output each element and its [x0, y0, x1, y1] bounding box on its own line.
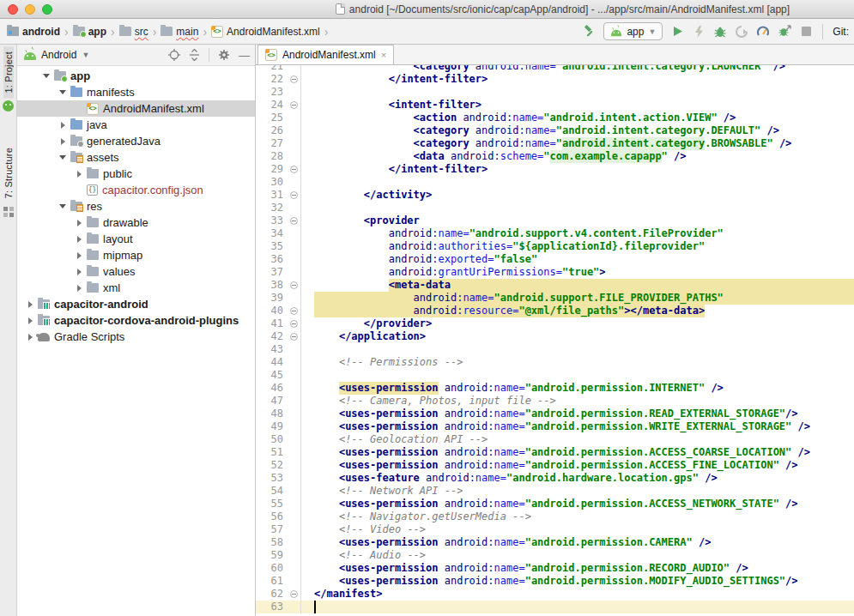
code-line-29[interactable]: 29 </intent-filter>	[256, 163, 854, 176]
project-tree-item-xml[interactable]: xml	[17, 280, 255, 296]
tool-window-tab-structure[interactable]: 7: Structure	[3, 142, 14, 203]
code-line-52[interactable]: 52 <uses-permission android:name="androi…	[256, 459, 854, 472]
code-line-41[interactable]: 41 </provider>	[256, 317, 854, 330]
code-line-58[interactable]: 58 <uses-permission android:name="androi…	[256, 536, 854, 549]
project-tree-item-drawable[interactable]: drawable	[17, 214, 255, 231]
collapse-all-icon[interactable]	[189, 49, 200, 61]
code-line-56[interactable]: 56 <!-- Navigator.getUserMedia -->	[256, 510, 854, 523]
fold-icon[interactable]	[290, 166, 298, 173]
project-tree-item-capacitor-android[interactable]: capacitor-android	[17, 296, 255, 312]
tree-expand-arrow[interactable]	[57, 138, 69, 145]
code-line-63[interactable]: 63	[256, 601, 854, 613]
project-tree-item-gradle-scripts[interactable]: Gradle Scripts	[17, 329, 255, 345]
project-tree-item-capacitor-cordova-android-plugins[interactable]: capacitor-cordova-android-plugins	[17, 312, 255, 329]
project-view-selector[interactable]: Android ▼	[24, 49, 168, 61]
code-line-35[interactable]: 35 android:authorities="${applicationId}…	[256, 240, 854, 253]
git-branch-widget[interactable]: Git:	[833, 26, 849, 38]
fold-icon[interactable]	[290, 281, 298, 289]
code-line-60[interactable]: 60 <uses-permission android:name="androi…	[256, 562, 854, 575]
apply-changes-lightning-icon[interactable]	[692, 25, 706, 39]
breadcrumb-item-src[interactable]: src	[119, 26, 148, 38]
code-line-37[interactable]: 37 android:grantUriPermissions="true">	[256, 266, 854, 279]
code-line-25[interactable]: 25 <action android:name="android.intent.…	[256, 112, 854, 124]
code-line-32[interactable]: 32	[256, 202, 854, 214]
breadcrumb-item-main[interactable]: main	[161, 26, 198, 38]
code-line-33[interactable]: 33 <provider	[256, 214, 854, 227]
tree-expand-arrow[interactable]	[24, 317, 36, 324]
code-line-46[interactable]: 46 <uses-permission android:name="androi…	[256, 382, 854, 395]
fold-icon[interactable]	[290, 217, 298, 225]
tree-collapse-arrow[interactable]	[57, 90, 69, 94]
code-line-45[interactable]: 45	[256, 369, 854, 382]
code-line-54[interactable]: 54 <!-- Network API -->	[256, 485, 854, 498]
code-line-43[interactable]: 43	[256, 343, 854, 356]
code-line-48[interactable]: 48 <uses-permission android:name="androi…	[256, 408, 854, 420]
tree-expand-arrow[interactable]	[73, 252, 85, 259]
tree-expand-arrow[interactable]	[24, 301, 36, 308]
stop-button[interactable]	[799, 25, 813, 39]
breadcrumb-item-app[interactable]: app	[73, 26, 106, 38]
fold-icon[interactable]	[290, 590, 298, 598]
build-hammer-icon[interactable]	[582, 25, 596, 39]
project-tree-item-mipmap[interactable]: mipmap	[17, 247, 255, 263]
tree-expand-arrow[interactable]	[57, 122, 69, 129]
project-tree-item-layout[interactable]: layout	[17, 231, 255, 247]
project-tree-item-androidmanifest-xml[interactable]: <>AndroidManifest.xml	[17, 100, 255, 117]
project-tree-item-values[interactable]: values	[17, 263, 255, 280]
resource-manager-icon[interactable]	[3, 100, 14, 112]
tree-collapse-arrow[interactable]	[57, 204, 69, 208]
project-tree-item-generatedjava[interactable]: generatedJava	[17, 133, 255, 149]
code-line-30[interactable]: 30	[256, 176, 854, 189]
code-line-36[interactable]: 36 android:exported="false"	[256, 253, 854, 266]
debug-button[interactable]	[713, 25, 727, 39]
fold-icon[interactable]	[290, 333, 298, 341]
fold-icon[interactable]	[290, 320, 298, 328]
code-line-27[interactable]: 27 <category android:name="android.inten…	[256, 137, 854, 150]
fold-icon[interactable]	[290, 191, 298, 199]
code-line-57[interactable]: 57 <!-- Video -->	[256, 523, 854, 536]
code-line-23[interactable]: 23	[256, 86, 854, 99]
tool-window-tab-project[interactable]: 1: Project	[3, 46, 14, 98]
editor-tab-androidmanifest[interactable]: <> AndroidManifest.xml ×	[257, 45, 394, 64]
code-line-24[interactable]: 24 <intent-filter>	[256, 99, 854, 112]
tree-collapse-arrow[interactable]	[57, 155, 69, 160]
attach-debugger-icon[interactable]	[778, 25, 791, 39]
code-line-28[interactable]: 28 <data android:scheme="com.example.cap…	[256, 150, 854, 163]
code-line-49[interactable]: 49 <uses-permission android:name="androi…	[256, 420, 854, 433]
tree-expand-arrow[interactable]	[73, 285, 85, 292]
code-line-31[interactable]: 31 </activity>	[256, 189, 854, 202]
code-line-51[interactable]: 51 <uses-permission android:name="androi…	[256, 446, 854, 459]
tree-expand-arrow[interactable]	[24, 334, 36, 341]
project-tree-item-res[interactable]: res	[17, 198, 255, 214]
tree-expand-arrow[interactable]	[73, 220, 85, 226]
project-tree-item-manifests[interactable]: manifests	[17, 84, 255, 100]
code-line-44[interactable]: 44 <!-- Permissions -->	[256, 356, 854, 369]
code-line-26[interactable]: 26 <category android:name="android.inten…	[256, 124, 854, 137]
tree-expand-arrow[interactable]	[73, 171, 85, 178]
apply-code-changes-icon[interactable]	[735, 25, 748, 39]
code-line-61[interactable]: 61 <uses-permission android:name="androi…	[256, 575, 854, 588]
code-line-21[interactable]: 21 <category android:name="android.inten…	[256, 65, 854, 73]
project-tree-item-assets[interactable]: assets	[17, 149, 255, 166]
project-tree-item-java[interactable]: java	[17, 117, 255, 133]
code-line-40[interactable]: 40 android:resource="@xml/file_paths"></…	[256, 305, 854, 317]
tree-expand-arrow[interactable]	[73, 236, 85, 243]
project-tree-item-app[interactable]: app	[17, 68, 255, 84]
code-line-50[interactable]: 50 <!-- Geolocation API -->	[256, 433, 854, 446]
code-line-34[interactable]: 34 android:name="android.support.v4.cont…	[256, 227, 854, 240]
code-line-22[interactable]: 22 </intent-filter>	[256, 73, 854, 86]
profiler-button[interactable]	[756, 25, 770, 39]
code-line-38[interactable]: 38 <meta-data	[256, 279, 854, 292]
code-line-42[interactable]: 42 </application>	[256, 330, 854, 343]
fold-icon[interactable]	[290, 307, 298, 315]
code-line-59[interactable]: 59 <!-- Audio -->	[256, 549, 854, 562]
tree-expand-arrow[interactable]	[73, 269, 85, 275]
locate-file-icon[interactable]	[168, 49, 180, 61]
code-line-53[interactable]: 53 <uses-feature android:name="android.h…	[256, 472, 854, 485]
close-window-button[interactable]	[8, 4, 18, 15]
fold-icon[interactable]	[290, 75, 298, 83]
project-tree-item-public[interactable]: public	[17, 166, 255, 182]
code-editor[interactable]: 21 <category android:name="android.inten…	[256, 65, 854, 616]
code-line-39[interactable]: 39 android:name="android.support.FILE_PR…	[256, 292, 854, 305]
breadcrumb-item-androidmanifest-xml[interactable]: <>AndroidManifest.xml	[211, 26, 320, 38]
